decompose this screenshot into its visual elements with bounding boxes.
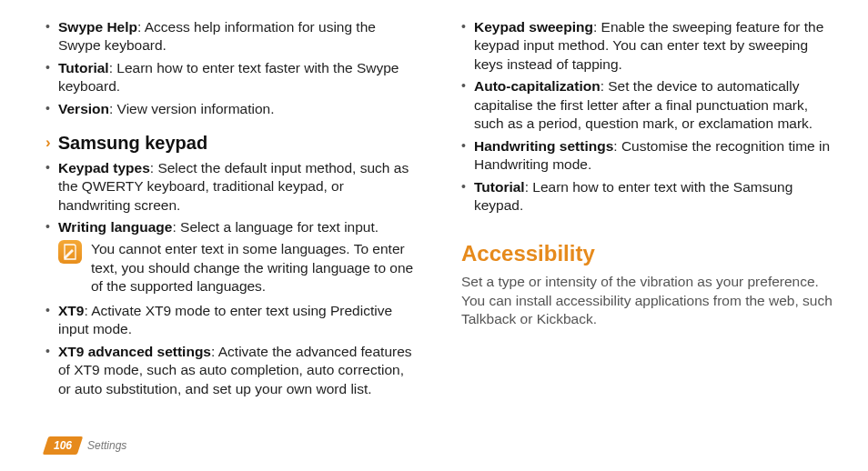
bullet-icon: • <box>45 100 58 118</box>
bullet-icon: • <box>45 302 58 339</box>
accessibility-description: Set a type or intensity of the vibration… <box>461 273 835 328</box>
list-item: • Writing language: Select a language fo… <box>45 218 419 236</box>
note-text: You cannot enter text in some languages.… <box>91 240 419 296</box>
item-desc: : View version information. <box>109 101 275 116</box>
item-term: XT9 <box>58 303 84 318</box>
list-item: • Swype Help: Access help information fo… <box>45 18 419 55</box>
item-desc: : Learn how to enter text faster with th… <box>58 60 399 94</box>
subsection-header: › Samsung keypad <box>45 131 419 155</box>
chevron-icon: › <box>45 133 51 153</box>
item-term: Writing language <box>58 219 172 235</box>
bullet-icon: • <box>45 59 58 96</box>
item-term: Auto-capitalization <box>474 78 601 94</box>
item-term: Keypad sweeping <box>474 19 593 35</box>
list-item: • Keypad sweeping: Enable the sweeping f… <box>461 18 835 74</box>
bullet-icon: • <box>461 77 474 133</box>
right-column: • Keypad sweeping: Enable the sweeping f… <box>461 18 835 402</box>
list-item: • Tutorial: Learn how to enter text with… <box>461 178 835 215</box>
list-item: • Version: View version information. <box>45 100 419 118</box>
list-item: • Tutorial: Learn how to enter text fast… <box>45 59 419 96</box>
page-number: 106 <box>45 436 80 455</box>
bullet-icon: • <box>45 343 58 398</box>
section-heading-accessibility: Accessibility <box>461 239 835 268</box>
item-term: Keypad types <box>58 160 150 175</box>
item-desc: : Activate XT9 mode to enter text using … <box>58 303 392 336</box>
item-term: Handwriting settings <box>474 138 613 154</box>
list-item: • XT9 advanced settings: Activate the ad… <box>45 343 419 398</box>
bullet-icon: • <box>461 137 474 175</box>
item-desc: : Select a language for text input. <box>172 219 378 235</box>
list-item: • Handwriting settings: Customise the re… <box>461 137 835 175</box>
bullet-icon: • <box>45 159 58 215</box>
footer-section-label: Settings <box>87 439 126 452</box>
note-icon <box>58 240 82 264</box>
bullet-icon: • <box>461 18 474 74</box>
item-term: Tutorial <box>474 179 525 195</box>
left-column: • Swype Help: Access help information fo… <box>45 18 419 402</box>
subsection-title: Samsung keypad <box>58 131 208 155</box>
manual-page: • Swype Help: Access help information fo… <box>0 0 868 471</box>
list-item: • XT9: Activate XT9 mode to enter text u… <box>45 302 419 339</box>
page-number-badge: 106 <box>45 436 80 455</box>
page-footer: 106 Settings <box>45 436 126 455</box>
bullet-icon: • <box>45 18 58 55</box>
bullet-icon: • <box>45 218 58 236</box>
note-callout: You cannot enter text in some languages.… <box>58 240 419 296</box>
list-item: • Auto-capitalization: Set the device to… <box>461 77 835 133</box>
list-item: • Keypad types: Select the default input… <box>45 159 419 215</box>
item-term: XT9 advanced settings <box>58 344 211 359</box>
bullet-icon: • <box>461 178 474 215</box>
item-term: Version <box>58 101 109 116</box>
item-term: Swype Help <box>58 19 137 35</box>
item-term: Tutorial <box>58 60 109 75</box>
two-column-layout: • Swype Help: Access help information fo… <box>45 18 835 402</box>
